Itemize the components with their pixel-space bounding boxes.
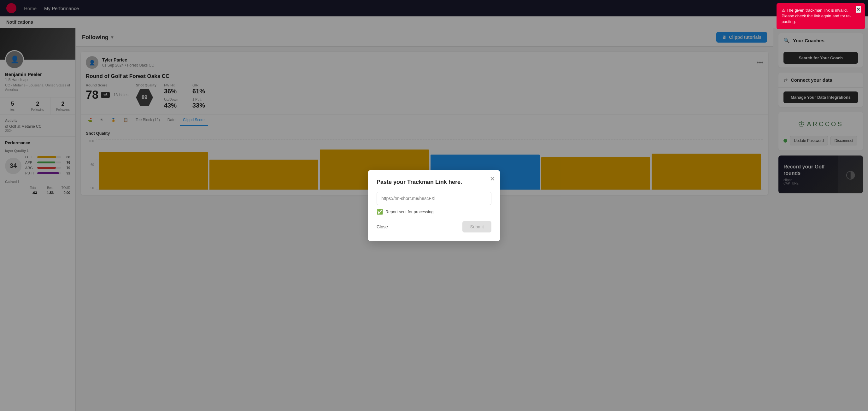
modal-submit-button[interactable]: Submit — [462, 221, 491, 232]
error-banner: ⚠ The given trackman link is invalid. Pl… — [777, 3, 865, 29]
error-close-button[interactable]: ✕ — [856, 6, 861, 13]
success-icon: ✅ — [377, 209, 383, 215]
trackman-link-input[interactable] — [377, 192, 491, 205]
modal-close-icon[interactable]: ✕ — [490, 175, 495, 183]
modal-overlay: Paste your Trackman Link here. ✕ ✅ Repor… — [0, 0, 868, 411]
modal-close-button[interactable]: Close — [377, 222, 388, 232]
modal-actions: Close Submit — [377, 221, 491, 232]
success-row: ✅ Report sent for processing — [377, 209, 491, 215]
trackman-modal: Paste your Trackman Link here. ✕ ✅ Repor… — [368, 170, 500, 241]
warning-icon: ⚠ — [782, 8, 785, 12]
modal-title: Paste your Trackman Link here. — [377, 179, 491, 186]
success-text: Report sent for processing — [385, 210, 433, 214]
